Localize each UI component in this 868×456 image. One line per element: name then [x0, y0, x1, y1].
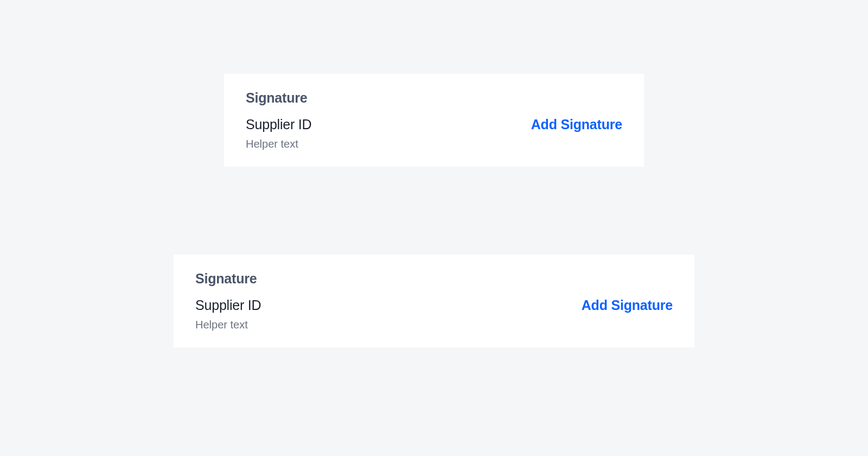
add-signature-button[interactable]: Add Signature [531, 117, 622, 132]
field-label: Supplier ID [195, 297, 261, 313]
card-title: Signature [246, 90, 622, 106]
add-signature-button[interactable]: Add Signature [582, 297, 673, 313]
field-row: Supplier ID Add Signature [195, 297, 673, 313]
field-label: Supplier ID [246, 117, 311, 132]
field-row: Supplier ID Add Signature [246, 117, 622, 132]
card-title: Signature [195, 271, 673, 287]
helper-text: Helper text [195, 319, 673, 331]
signature-card-wide: Signature Supplier ID Add Signature Help… [174, 255, 694, 347]
signature-card-narrow: Signature Supplier ID Add Signature Help… [224, 74, 644, 167]
helper-text: Helper text [246, 138, 622, 150]
